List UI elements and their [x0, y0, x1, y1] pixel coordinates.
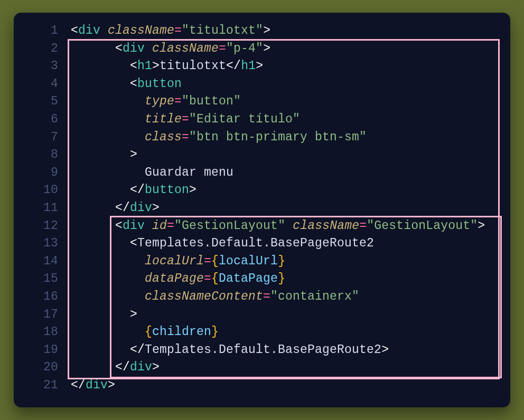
token-punct: </	[226, 59, 241, 73]
token-tag: div	[130, 360, 152, 374]
token-expr: DataPage	[219, 272, 278, 285]
token-expr: children	[152, 325, 211, 339]
token-text	[145, 42, 152, 55]
token-string: "button"	[182, 94, 241, 108]
code-line: Guardar menu	[71, 164, 510, 182]
token-text: Guardar menu	[145, 166, 233, 179]
token-punct: </	[130, 183, 145, 197]
token-string: "titulotxt"	[182, 24, 263, 37]
token-punct: >	[478, 219, 485, 233]
line-number: 15	[14, 270, 58, 288]
token-eq: =	[174, 24, 182, 37]
token-attr: className	[108, 24, 174, 37]
token-eq: =	[182, 112, 189, 126]
token-punct: <	[130, 59, 137, 73]
token-attr: dataPage	[145, 272, 204, 285]
code-editor-panel: 123456789101112131415161718192021 <div c…	[14, 13, 510, 407]
token-tag: button	[137, 77, 182, 91]
token-brace: }	[278, 272, 285, 285]
token-brace: {	[145, 325, 152, 339]
token-punct: </	[115, 201, 130, 215]
token-attr: className	[293, 219, 359, 233]
token-tag: div	[130, 201, 152, 215]
token-comp: Templates.Default.BasePageRoute2	[137, 236, 374, 250]
line-number: 4	[14, 75, 58, 93]
token-attr: title	[145, 112, 182, 126]
token-punct: >	[263, 24, 270, 37]
token-punct: >	[108, 378, 115, 392]
token-punct: >	[263, 42, 270, 55]
code-line: <div className="titulotxt">	[71, 22, 510, 40]
token-string: "btn btn-primary btn-sm"	[189, 130, 367, 144]
code-line: type="button"	[71, 93, 510, 111]
token-punct: <	[71, 24, 78, 37]
line-number: 7	[14, 129, 58, 147]
token-tag: button	[145, 183, 189, 197]
code-content: <div className="titulotxt"> <div classNa…	[71, 22, 510, 394]
code-line: localUrl={localUrl}	[71, 253, 510, 271]
token-punct: </	[115, 360, 130, 374]
code-line: class="btn btn-primary btn-sm"	[71, 129, 510, 147]
token-brace: {	[211, 272, 219, 285]
code-line: {children}	[71, 323, 510, 341]
code-line: <Templates.Default.BasePageRoute2	[71, 235, 510, 253]
token-punct: >	[152, 360, 160, 374]
token-string: "Editar título"	[189, 112, 300, 126]
token-tag: h1	[137, 59, 152, 73]
code-line: </div>	[71, 377, 510, 395]
line-number: 21	[14, 377, 58, 395]
line-number: 11	[14, 199, 58, 217]
code-line: <button	[71, 75, 510, 93]
token-comp: Templates.Default.BasePageRoute2	[145, 343, 381, 357]
token-punct: >	[130, 308, 137, 321]
code-line: </div>	[71, 359, 510, 377]
line-number: 5	[14, 93, 58, 111]
line-number: 8	[14, 146, 58, 164]
token-attr: classNameContent	[145, 290, 263, 303]
token-string: "GestionLayout"	[174, 219, 285, 233]
line-number: 18	[14, 323, 58, 341]
token-punct: >	[152, 201, 160, 215]
token-string: "containerx"	[270, 290, 359, 303]
line-number: 13	[14, 235, 58, 253]
token-attr: id	[152, 219, 167, 233]
token-eq: =	[174, 94, 182, 108]
token-punct: </	[130, 343, 145, 357]
line-number-gutter: 123456789101112131415161718192021	[14, 22, 71, 394]
token-text	[285, 219, 293, 233]
token-brace: }	[278, 254, 285, 268]
token-eq: =	[359, 219, 367, 233]
token-string: "p-4"	[226, 42, 263, 55]
token-punct: </	[71, 378, 86, 392]
token-punct: <	[115, 42, 123, 55]
token-punct: <	[115, 219, 123, 233]
line-number: 3	[14, 58, 58, 75]
line-number: 17	[14, 306, 58, 324]
token-punct: <	[130, 236, 137, 250]
token-punct: >	[381, 343, 389, 357]
code-line: >	[71, 306, 510, 324]
line-number: 14	[14, 253, 58, 271]
token-tag: div	[78, 24, 100, 37]
code-line: </button>	[71, 182, 510, 199]
line-number: 12	[14, 217, 58, 235]
token-eq: =	[219, 42, 226, 55]
token-text: titulotxt	[160, 59, 226, 73]
token-tag: div	[86, 378, 108, 392]
code-area: 123456789101112131415161718192021 <div c…	[14, 22, 510, 394]
token-brace: }	[211, 325, 219, 339]
token-tag: div	[123, 42, 145, 55]
code-line: title="Editar título"	[71, 111, 510, 129]
token-eq: =	[204, 254, 211, 268]
line-number: 10	[14, 182, 58, 199]
token-brace: {	[211, 254, 219, 268]
line-number: 1	[14, 22, 58, 40]
token-punct: >	[256, 59, 263, 73]
token-text	[145, 219, 152, 233]
code-line: <div className="p-4">	[71, 40, 510, 58]
code-line: </div>	[71, 199, 510, 217]
token-tag: div	[123, 219, 145, 233]
line-number: 20	[14, 359, 58, 377]
code-line: <h1>titulotxt</h1>	[71, 58, 510, 75]
code-line: dataPage={DataPage}	[71, 270, 510, 288]
